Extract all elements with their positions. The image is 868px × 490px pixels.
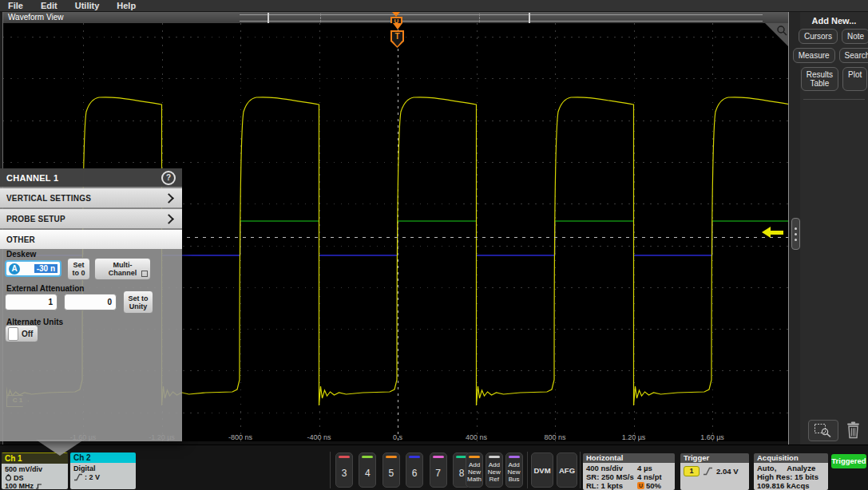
channel-color-stripe: [386, 456, 397, 458]
add-new-ref-button[interactable]: Add New Ref: [486, 452, 503, 488]
menu-item-help[interactable]: Help: [117, 1, 136, 10]
channel-color-stripe: [409, 456, 420, 458]
ch1-badge-body: 500 mV/div DS 100 MHz: [2, 464, 68, 489]
add-new-bus-button[interactable]: Add New Bus: [505, 452, 523, 488]
ch1-scale: 500 mV/div: [5, 465, 65, 474]
add-new-button-row: Results TablePlot: [800, 67, 868, 91]
add-new-panel: Add New... CursorsNoteMeasureSearchResul…: [800, 12, 868, 445]
zoom-box-button[interactable]: [808, 420, 838, 441]
add-new-math-button[interactable]: Add New Math: [466, 452, 483, 488]
channel-6-button[interactable]: 6: [406, 452, 423, 488]
splitter-drag-handle[interactable]: [791, 218, 800, 250]
add-new-search-button[interactable]: Search: [839, 48, 868, 63]
section-label: OTHER: [6, 235, 35, 244]
channel-button-label: 3: [336, 468, 352, 479]
expansion-point-icon: U: [637, 482, 644, 489]
statusbar-separator: [330, 452, 331, 488]
trigger-flag-label: T: [390, 32, 404, 41]
channel-5-button[interactable]: 5: [382, 452, 400, 488]
menu-item-utility[interactable]: Utility: [75, 1, 100, 10]
dvm-button[interactable]: DVM: [531, 452, 553, 488]
horizontal-panel[interactable]: Horizontal 400 ns/div4 µsSR: 250 MS/s4 n…: [583, 453, 675, 490]
multi-channel-label: Multi- Channel: [109, 261, 137, 277]
horizontal-value: 50%: [646, 481, 661, 490]
horizontal-cell: 400 ns/div: [586, 464, 637, 472]
add-new-note-button[interactable]: Note: [842, 29, 868, 44]
trigger-panel[interactable]: Trigger 1 2.04 V: [680, 453, 749, 490]
horizontal-row: SR: 250 MS/s4 ns/pt: [586, 472, 672, 481]
channel-button-label: 7: [430, 468, 446, 479]
x-axis-tick-label: -800 ns: [228, 433, 252, 441]
chevron-right-icon: [164, 214, 174, 224]
panel-divider: [788, 12, 801, 445]
pan-zoom-overview-bar[interactable]: U: [240, 14, 763, 22]
alternate-units-toggle[interactable]: Off: [5, 325, 38, 342]
trigger-position-arrow-icon[interactable]: [393, 23, 402, 30]
external-attenuation-label: External Attenuation: [6, 284, 84, 293]
dialog-section-other[interactable]: OTHER: [0, 230, 182, 249]
ext-attenuation-input-2[interactable]: 0: [64, 294, 117, 310]
x-axis-tick-label: 0 s: [393, 433, 402, 441]
menu-item-file[interactable]: File: [8, 1, 23, 10]
zoom-box-icon: [814, 422, 833, 438]
dialog-anchor-pointer: [36, 440, 84, 456]
ext-attenuation-input-1[interactable]: 1: [5, 294, 57, 310]
afg-button[interactable]: AFG: [557, 452, 577, 488]
trigger-level-arrow[interactable]: [762, 227, 784, 238]
add-new-plot-button[interactable]: Plot: [842, 67, 867, 91]
source-color-stripe: [489, 456, 500, 458]
trash-icon[interactable]: [846, 421, 860, 439]
section-label: VERTICAL SETTINGS: [6, 194, 91, 203]
channel-button-label: 4: [359, 468, 375, 479]
overview-bracket-right[interactable]: [529, 13, 530, 23]
horizontal-title: Horizontal: [583, 453, 675, 463]
dialog-title-bar[interactable]: CHANNEL 1 ?: [0, 168, 182, 187]
add-new-cursors-button[interactable]: Cursors: [799, 29, 838, 44]
dialog-section-vertical-settings[interactable]: VERTICAL SETTINGS: [0, 188, 182, 207]
horizontal-row: RL: 1 kptsU50%: [586, 481, 672, 490]
source-color-stripe: [509, 456, 520, 458]
triggered-status-badge: Triggered: [831, 454, 866, 468]
channel-1-badge[interactable]: Ch 1 500 mV/div DS 100 MHz: [2, 452, 68, 489]
acquisition-count: 109.816 kAcqs: [757, 481, 825, 490]
acquisition-title: Acquisition: [754, 453, 828, 463]
trigger-level-value: 2.04 V: [716, 467, 738, 476]
deskew-value: -30 n: [34, 264, 57, 273]
trigger-source-badge: 1: [684, 466, 700, 476]
source-color-stripe: [469, 456, 480, 458]
oscilloscope-app: { "menu_bar": { "items": ["File", "Edit"…: [0, 0, 868, 490]
channel-2-badge[interactable]: Ch 2 Digital : 2 V: [70, 452, 136, 489]
channel-3-button[interactable]: 3: [335, 452, 353, 488]
add-new-measure-button[interactable]: Measure: [793, 48, 835, 63]
deskew-input[interactable]: A -30 n: [5, 260, 61, 277]
menu-item-edit[interactable]: Edit: [41, 1, 57, 10]
acquisition-mode-row: Auto, Analyze: [757, 464, 825, 472]
multi-channel-button[interactable]: Multi- Channel: [94, 258, 151, 280]
rising-edge-icon: [703, 467, 713, 476]
dialog-section-probe-setup[interactable]: PROBE SETUP: [0, 209, 182, 228]
add-new-results-table-button[interactable]: Results Table: [801, 67, 838, 91]
help-icon[interactable]: ?: [161, 171, 176, 185]
ch1-mode: DS: [5, 474, 65, 483]
toggle-knob: [8, 327, 18, 341]
horizontal-cell: RL: 1 kpts: [586, 481, 637, 490]
channel-color-stripe: [339, 456, 350, 458]
horizontal-row: 400 ns/div4 µs: [586, 464, 672, 472]
acquisition-resolution: High Res: 15 bits: [757, 472, 825, 481]
channel-1-dialog: CHANNEL 1 ? VERTICAL SETTINGSPROBE SETUP…: [0, 168, 182, 441]
x-axis-tick-label: 400 ns: [466, 433, 487, 441]
set-to-zero-button[interactable]: Set to 0: [67, 258, 90, 280]
acquisition-panel[interactable]: Acquisition Auto, Analyze High Res: 15 b…: [754, 453, 828, 490]
channel-4-button[interactable]: 4: [359, 452, 376, 488]
statusbar-separator: [527, 452, 528, 488]
ch1-bandwidth: 100 MHz: [5, 482, 65, 489]
overview-bracket-left[interactable]: [268, 13, 269, 23]
add-button-label: Add New Ref: [486, 461, 502, 483]
channel-button-label: 5: [383, 468, 399, 479]
trigger-body: 1 2.04 V: [680, 463, 749, 490]
channel-7-button[interactable]: 7: [430, 452, 447, 488]
set-to-unity-button[interactable]: Set to Unity: [123, 290, 153, 314]
x-axis-tick-label: 800 ns: [544, 433, 565, 441]
horizontal-body: 400 ns/div4 µsSR: 250 MS/s4 ns/ptRL: 1 k…: [583, 463, 675, 490]
trigger-settings-row: 1 2.04 V: [684, 466, 746, 476]
